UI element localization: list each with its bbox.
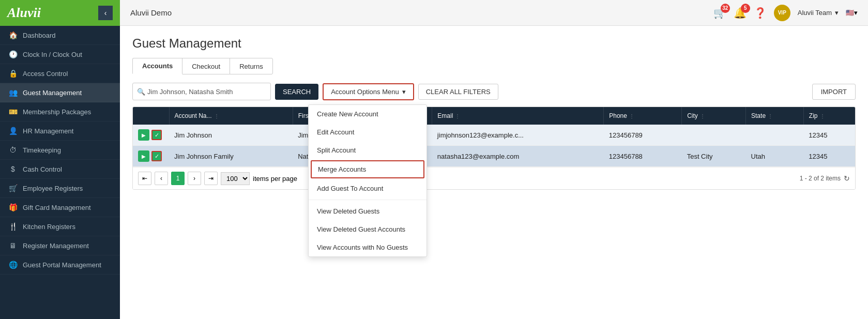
row-city-0 [682,125,746,146]
vip-badge: VIP [774,5,790,21]
help-icon-wrap[interactable]: ❓ [754,7,767,19]
pagination: ⇤ ‹ 1 › ⇥ 100 50 25 items per page 1 - 2… [133,167,855,189]
sidebar-item-dashboard[interactable]: 🏠Dashboard [0,26,120,45]
user-info[interactable]: Aluvii Team ▾ [798,9,839,17]
tab-checkout[interactable]: Checkout [182,58,230,74]
search-input[interactable] [147,88,266,96]
row-state-1: Utah [746,146,804,167]
row-play-button-0[interactable]: ▶ [138,129,149,141]
row-zip-1: 12345 [803,146,855,167]
account-options-dropdown: Create New Account Edit Account Split Ac… [308,104,427,257]
clear-all-filters-button[interactable]: CLEAR ALL FILTERS [418,84,498,100]
menu-item-add-guest[interactable]: Add Guest To Account [309,179,427,198]
sidebar-collapse-button[interactable]: ‹ [98,6,113,20]
tab-accounts[interactable]: Accounts [132,58,182,74]
col-controls [133,107,169,125]
sidebar-item-label: HR Management [23,127,73,135]
tab-returns[interactable]: Returns [230,58,273,74]
sidebar-item-label: Guest Portal Management [23,261,101,269]
gift-card-management-icon: 🎁 [8,203,18,211]
bell-icon-wrap[interactable]: 🔔 5 [734,7,747,19]
timekeeping-icon: ⏱ [8,146,18,154]
sidebar-item-label: Register Management [23,242,89,250]
help-icon: ❓ [754,7,767,19]
sidebar-item-label: Access Control [23,70,68,78]
col-email: Email ⋮ [432,107,604,125]
row-city-1: Test City [682,146,746,167]
employee-registers-icon: 🛒 [8,184,18,192]
topbar: Aluvii Demo 🛒 32 🔔 5 ❓ VIP Aluvii Team ▾… [120,0,868,26]
register-management-icon: 🖥 [8,241,18,250]
sidebar-item-timekeeping[interactable]: ⏱Timekeeping [0,141,120,160]
page-next-button[interactable]: › [188,172,201,185]
sidebar-item-cash-control[interactable]: $Cash Control [0,160,120,179]
sidebar-item-label: Employee Registers [23,185,83,192]
pagination-count: 1 - 2 of 2 items [800,175,841,182]
pagination-info: 1 - 2 of 2 items ↻ [800,174,850,183]
menu-item-create-new-account[interactable]: Create New Account [309,105,427,123]
kitchen-registers-icon: 🍴 [8,222,18,231]
per-page-select[interactable]: 100 50 25 [221,172,250,185]
row-play-button-1[interactable]: ▶ [138,150,149,162]
page-prev-button[interactable]: ‹ [155,172,168,185]
hr-management-icon: 👤 [8,127,18,135]
accounts-table: Account Na... ⋮ First Name ⋮ [132,107,856,190]
sort-city-icon[interactable]: ⋮ [700,113,705,119]
account-options-menu-button[interactable]: Account Options Menu ▾ [323,83,414,100]
col-state: State ⋮ [746,107,804,125]
page-title: Guest Management [132,36,856,51]
dropdown-divider [309,200,427,200]
sort-phone-icon[interactable]: ⋮ [629,113,634,119]
sidebar-item-guest-management[interactable]: 👥Guest Management [0,83,120,102]
sidebar-item-hr-management[interactable]: 👤HR Management [0,121,120,141]
col-zip: Zip ⋮ [803,107,855,125]
menu-item-merge-accounts[interactable]: Merge Accounts [311,160,424,178]
search-input-wrap: 🔍 [132,83,271,100]
row-check-0[interactable]: ✓ [151,130,162,140]
cart-badge: 32 [721,4,730,13]
sidebar-item-label: Membership Packages [23,108,91,116]
search-button[interactable]: SEARCH [275,84,318,100]
row-check-1[interactable]: ✓ [151,151,162,161]
flag-icon[interactable]: 🇺🇸▾ [846,9,858,17]
import-button[interactable]: IMPORT [812,84,856,100]
page-last-button[interactable]: ⇥ [204,172,218,185]
menu-item-view-no-guests[interactable]: View Accounts with No Guests [309,238,427,256]
access-control-icon: 🔒 [8,69,18,78]
sidebar-item-label: Timekeeping [23,146,61,154]
sidebar-item-membership-packages[interactable]: 🎫Membership Packages [0,102,120,121]
topbar-right: 🛒 32 🔔 5 ❓ VIP Aluvii Team ▾ 🇺🇸▾ [713,5,858,21]
refresh-button[interactable]: ↻ [844,174,850,183]
row-account-name-0: Jim Johnson [169,125,293,146]
sidebar-logo: Aluvii ‹ [0,0,120,26]
menu-item-edit-account[interactable]: Edit Account [309,123,427,141]
col-phone: Phone ⋮ [604,107,682,125]
sidebar-item-clock-in-out[interactable]: 🕐Clock In / Clock Out [0,45,120,64]
row-zip-0: 12345 [803,125,855,146]
sidebar-item-label: Kitchen Registers [23,223,75,231]
sort-state-icon[interactable]: ⋮ [768,113,773,119]
col-city: City ⋮ [682,107,746,125]
sidebar-item-register-management[interactable]: 🖥Register Management [0,236,120,255]
sidebar-item-gift-card-management[interactable]: 🎁Gift Card Management [0,198,120,217]
sort-account-name-icon[interactable]: ⋮ [214,113,219,119]
per-page-label: items per page [253,175,297,183]
menu-item-view-deleted-accounts[interactable]: View Deleted Guest Accounts [309,220,427,238]
tabs: Accounts Checkout Returns [132,58,856,74]
search-bar: 🔍 SEARCH Account Options Menu ▾ CLEAR AL… [132,83,856,100]
row-controls-1: ▶ ✓ [133,146,169,167]
menu-item-split-account[interactable]: Split Account [309,141,427,159]
sidebar-item-employee-registers[interactable]: 🛒Employee Registers [0,179,120,198]
account-options-label: Account Options Menu [331,88,399,96]
menu-item-view-deleted-guests[interactable]: View Deleted Guests [309,202,427,220]
page-current-button[interactable]: 1 [171,172,185,185]
row-phone-1: 123456788 [604,146,682,167]
sort-email-icon[interactable]: ⋮ [455,113,460,119]
page-first-button[interactable]: ⇤ [138,172,151,185]
cart-icon-wrap[interactable]: 🛒 32 [713,7,726,19]
sidebar-item-guest-portal-management[interactable]: 🌐Guest Portal Management [0,255,120,275]
sidebar-item-kitchen-registers[interactable]: 🍴Kitchen Registers [0,217,120,236]
sort-zip-icon[interactable]: ⋮ [820,113,825,119]
table-header-row: Account Na... ⋮ First Name ⋮ [133,107,855,125]
sidebar-item-access-control[interactable]: 🔒Access Control [0,64,120,83]
